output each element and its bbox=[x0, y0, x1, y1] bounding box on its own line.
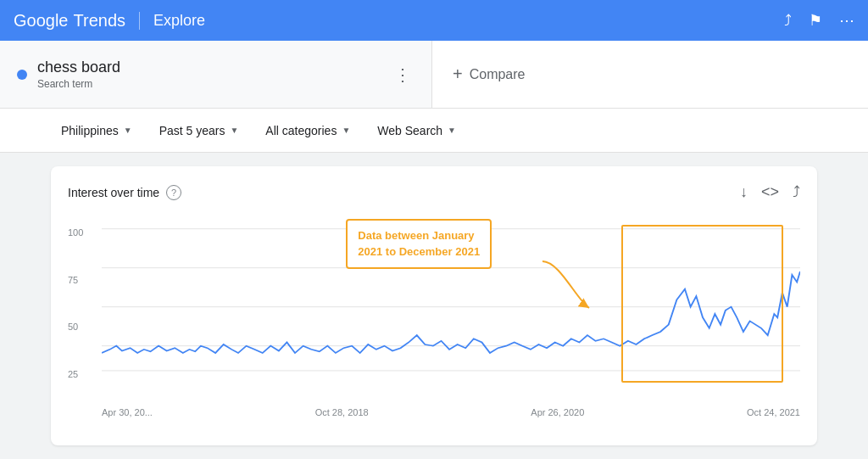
chart-title: Interest over time bbox=[68, 186, 159, 199]
trends-logo-text: Trends bbox=[74, 11, 126, 31]
chart-help-icon[interactable]: ? bbox=[166, 185, 181, 200]
x-label-2: Apr 26, 2020 bbox=[531, 407, 584, 417]
x-axis: Apr 30, 20... Oct 28, 2018 Apr 26, 2020 … bbox=[102, 407, 800, 417]
y-label-100: 100 bbox=[68, 227, 83, 238]
download-icon[interactable]: ↓ bbox=[740, 183, 748, 201]
x-label-0: Apr 30, 20... bbox=[102, 407, 153, 417]
y-label-75: 75 bbox=[68, 275, 83, 285]
apps-icon[interactable]: ⋯ bbox=[839, 11, 854, 30]
chart-area: 100 75 50 25 Apr 30, 20... Oct 28, 2018 … bbox=[68, 215, 800, 417]
category-filter-chevron: ▼ bbox=[342, 126, 350, 135]
flag-icon[interactable]: ⚑ bbox=[809, 11, 822, 30]
chart-card: Interest over time ? ↓ <> ⤴ bbox=[51, 166, 817, 445]
y-label-25: 25 bbox=[68, 369, 83, 379]
time-filter-label: Past 5 years bbox=[159, 124, 225, 137]
search-term-name: chess board bbox=[37, 59, 381, 76]
search-term-info: chess board Search term bbox=[37, 59, 381, 90]
header: Google Trends Explore ⤴ ⚑ ⋯ bbox=[0, 0, 868, 41]
search-type-filter[interactable]: Web Search ▼ bbox=[367, 117, 466, 144]
y-label-50: 50 bbox=[68, 322, 83, 332]
header-right: ⤴ ⚑ ⋯ bbox=[784, 11, 854, 30]
search-term-menu-icon[interactable]: ⋮ bbox=[391, 61, 415, 88]
embed-icon[interactable]: <> bbox=[761, 183, 779, 201]
search-term-box: chess board Search term ⋮ bbox=[0, 41, 432, 108]
category-filter-label: All categories bbox=[265, 124, 337, 137]
header-left: Google Trends Explore bbox=[14, 11, 205, 31]
x-label-3: Oct 24, 2021 bbox=[747, 407, 800, 417]
chart-header: Interest over time ? ↓ <> ⤴ bbox=[68, 183, 800, 201]
region-filter[interactable]: Philippines ▼ bbox=[51, 117, 142, 144]
google-logo-text: Google bbox=[14, 11, 69, 31]
time-filter[interactable]: Past 5 years ▼ bbox=[149, 117, 249, 144]
time-filter-chevron: ▼ bbox=[230, 126, 238, 135]
compare-box[interactable]: + Compare bbox=[432, 41, 868, 108]
share-icon[interactable]: ⤴ bbox=[784, 12, 792, 30]
tooltip-text-line2: 2021 to December 2021 bbox=[358, 245, 480, 258]
compare-label: Compare bbox=[470, 67, 526, 82]
search-type-filter-chevron: ▼ bbox=[448, 126, 456, 135]
filters-bar: Philippines ▼ Past 5 years ▼ All categor… bbox=[0, 109, 868, 153]
explore-label: Explore bbox=[139, 12, 205, 30]
search-term-label: Search term bbox=[37, 78, 381, 90]
chart-tooltip-box: Data between January 2021 to December 20… bbox=[346, 219, 492, 269]
region-filter-chevron: ▼ bbox=[124, 126, 132, 135]
google-trends-logo: Google Trends bbox=[14, 11, 125, 31]
share-action-icon[interactable]: ⤴ bbox=[793, 183, 800, 201]
chart-title-area: Interest over time ? bbox=[68, 185, 181, 200]
search-type-filter-label: Web Search bbox=[377, 124, 442, 137]
y-axis: 100 75 50 25 bbox=[68, 215, 83, 392]
search-dot bbox=[17, 70, 27, 80]
chart-actions: ↓ <> ⤴ bbox=[740, 183, 800, 201]
compare-plus-icon: + bbox=[453, 64, 463, 84]
x-label-1: Oct 28, 2018 bbox=[315, 407, 369, 417]
region-filter-label: Philippines bbox=[61, 124, 119, 137]
main-content: Interest over time ? ↓ <> ⤴ bbox=[0, 153, 868, 459]
search-area: chess board Search term ⋮ + Compare bbox=[0, 41, 868, 109]
tooltip-text-line1: Data between January bbox=[358, 229, 474, 242]
category-filter[interactable]: All categories ▼ bbox=[255, 117, 360, 144]
